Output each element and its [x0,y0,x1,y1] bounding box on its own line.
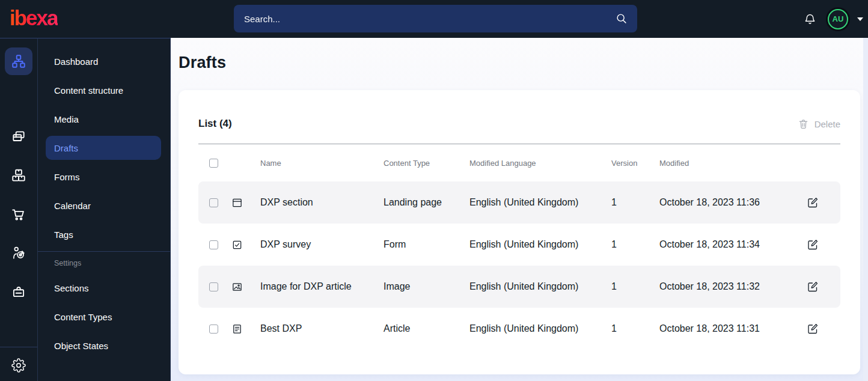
row-version: 1 [610,239,658,250]
vertical-scrollbar[interactable] [863,38,868,381]
row-content-type: Form [382,239,468,250]
drafts-table: Name Content Type Modified Language Vers… [198,144,840,350]
drafts-panel: List (4) Delete Name Content Type Modifi… [179,90,860,374]
row-name[interactable]: Image for DXP article [258,281,382,292]
table-row[interactable]: DXP survey Form English (United Kingdom)… [198,224,840,266]
cart-icon [11,207,26,222]
settings-section-label: Settings [38,252,170,269]
select-all-checkbox[interactable] [209,159,218,168]
sidebar-icon-rail [0,38,38,381]
table-header-row: Name Content Type Modified Language Vers… [198,144,840,181]
row-version: 1 [610,281,658,292]
sidebar-item-dashboard[interactable]: Dashboard [46,49,161,73]
row-modified-language: English (United Kingdom) [468,239,610,250]
main-content: Drafts List (4) Delete Name Content Type [171,38,868,381]
row-version: 1 [610,323,658,334]
row-content-type: Image [382,281,468,292]
edit-icon [807,239,819,251]
table-row[interactable]: Image for DXP article Image English (Uni… [198,266,840,308]
global-search [234,5,637,32]
landing-page-icon [231,197,243,209]
column-header-modified: Modified [658,159,799,168]
row-checkbox[interactable] [209,198,218,207]
image-icon [231,281,243,293]
row-checkbox[interactable] [209,282,218,291]
sidebar-item-content-types[interactable]: Content Types [46,305,161,329]
row-name[interactable]: DXP survey [258,239,382,250]
rail-divider [0,347,37,347]
edit-icon [807,323,819,335]
sidebar-item-content-structure[interactable]: Content structure [46,78,161,102]
ibexa-logo[interactable]: ibexa [10,6,58,30]
chevron-down-icon[interactable] [857,17,863,21]
row-version: 1 [610,197,658,208]
boxes-icon [11,168,26,183]
sidebar-item-drafts[interactable]: Drafts [46,136,161,160]
sidebar-item-tags[interactable]: Tags [46,222,161,246]
search-input[interactable] [234,14,615,24]
row-name[interactable]: Best DXP [258,323,382,334]
form-icon [231,239,243,251]
sidebar-item-media[interactable]: Media [46,107,161,131]
trash-icon [798,118,809,130]
edit-button[interactable] [805,279,820,294]
delete-button-label: Delete [815,119,840,129]
row-content-type: Article [382,323,468,334]
row-name[interactable]: DXP section [258,197,382,208]
bell-icon [804,13,816,25]
target-user-icon [11,245,26,261]
search-button[interactable] [615,12,637,25]
row-modified: October 18, 2023 11:34 [658,239,799,250]
sidebar-item-sections[interactable]: Sections [46,276,161,300]
stacked-pages-icon [11,129,26,144]
article-icon [231,323,243,335]
rail-item-products[interactable] [0,168,37,183]
column-header-version: Version [610,159,658,168]
table-row[interactable]: Best DXP Article English (United Kingdom… [198,308,840,350]
row-checkbox[interactable] [209,240,218,249]
row-modified: October 18, 2023 11:32 [658,281,799,292]
edit-button[interactable] [805,195,820,210]
row-modified-language: English (United Kingdom) [468,281,610,292]
gear-icon [11,358,26,373]
row-modified-language: English (United Kingdom) [468,323,610,334]
rail-item-badge[interactable] [0,284,37,299]
column-header-content-type: Content Type [382,159,468,168]
app-window: ibexa AU [0,0,868,381]
rail-item-commerce[interactable] [0,207,37,222]
sidebar-menu: DashboardContent structureMediaDraftsFor… [38,38,171,381]
search-icon [615,12,628,25]
edit-icon [807,281,819,293]
row-modified-language: English (United Kingdom) [468,197,610,208]
column-header-name: Name [258,159,382,168]
delete-button[interactable]: Delete [798,118,840,130]
row-checkbox[interactable] [209,325,218,334]
avatar[interactable]: AU [828,9,848,29]
column-header-modified-language: Modified Language [468,159,610,168]
list-title: List (4) [198,118,232,130]
edit-button[interactable] [805,237,820,252]
rail-item-personalization[interactable] [0,245,37,261]
settings-list: SectionsContent TypesObject States [38,269,170,358]
menu-list: DashboardContent structureMediaDraftsFor… [38,38,170,246]
edit-button[interactable] [805,322,820,336]
sidebar-item-calendar[interactable]: Calendar [46,194,161,218]
row-modified: October 18, 2023 11:31 [658,323,799,334]
sidebar-item-forms[interactable]: Forms [46,165,161,189]
edit-icon [807,197,819,209]
top-bar: ibexa AU [0,0,868,38]
row-modified: October 18, 2023 11:36 [658,197,799,208]
table-row[interactable]: DXP section Landing page English (United… [198,181,840,224]
rail-item-settings[interactable] [0,358,37,373]
page-title: Drafts [179,53,868,72]
notifications-button[interactable] [801,10,819,28]
badge-icon [11,284,26,299]
rail-item-pages[interactable] [0,129,37,144]
sidebar-item-object-states[interactable]: Object States [46,334,161,358]
rail-item-content[interactable] [5,47,32,75]
sitemap-icon [11,53,26,69]
table-body: DXP section Landing page English (United… [198,181,840,350]
row-content-type: Landing page [382,197,468,208]
